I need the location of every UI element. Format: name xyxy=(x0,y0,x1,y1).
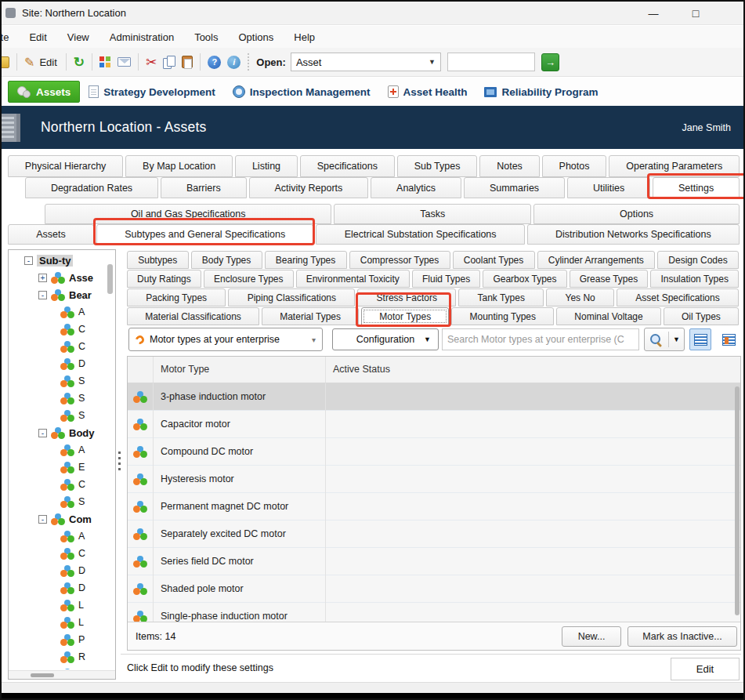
inner-tab[interactable]: Piping Classifications xyxy=(228,288,355,306)
windows-icon[interactable] xyxy=(99,56,111,68)
table-row[interactable]: Compound DC motor xyxy=(128,438,740,466)
maximize-button[interactable]: □ xyxy=(685,5,707,21)
outer-tab[interactable]: Physical Hierarchy xyxy=(8,155,123,177)
search-button[interactable]: ▼ xyxy=(644,328,685,351)
tree-item[interactable]: P xyxy=(9,631,115,648)
outer-tab[interactable]: Sub Types xyxy=(397,155,478,177)
inner-tab[interactable]: Duty Ratings xyxy=(127,270,201,288)
tree-item[interactable]: D xyxy=(9,579,115,597)
motor-type-cell[interactable]: Hysteresis motor xyxy=(161,473,234,484)
chevron-down-icon[interactable]: ▼ xyxy=(673,335,680,343)
tree-item[interactable]: L xyxy=(9,614,115,631)
outer-tab[interactable]: Barriers xyxy=(161,177,247,198)
expander-icon[interactable]: - xyxy=(38,429,47,437)
outer-tab[interactable]: Activity Reports xyxy=(249,177,369,198)
tree-item[interactable]: C xyxy=(9,321,115,338)
tree-item[interactable]: S xyxy=(9,493,115,510)
help-icon[interactable]: ? xyxy=(208,56,221,69)
outer-tab[interactable]: Notes xyxy=(479,155,539,177)
motor-type-cell[interactable]: Single-phase induction motor xyxy=(161,611,288,622)
column-header-active-status[interactable]: Active Status xyxy=(333,364,390,375)
table-row[interactable]: Single-phase induction motor xyxy=(128,603,740,622)
inner-tab[interactable]: Mounting Types xyxy=(451,307,554,325)
column-header-motor-type[interactable]: Motor Type xyxy=(161,364,209,375)
tree-vertical-scrollbar[interactable] xyxy=(107,264,113,294)
tree-item[interactable]: S xyxy=(9,666,115,669)
tree-item[interactable]: S xyxy=(9,372,115,390)
tab-inspection-management[interactable]: Inspection Management xyxy=(224,81,379,103)
outer-tab[interactable]: Degradation Rates xyxy=(25,177,158,198)
table-row[interactable]: 3-phase induction motor xyxy=(128,383,740,411)
tree-item[interactable]: S xyxy=(9,390,115,407)
go-button[interactable]: → xyxy=(541,53,559,71)
outer-tab[interactable]: Tasks xyxy=(334,204,531,224)
inner-tab[interactable]: Yes No xyxy=(546,288,614,306)
menu-item[interactable]: Administration xyxy=(99,26,184,48)
inner-tab[interactable]: Stress Factors xyxy=(357,288,456,306)
chevron-down-icon[interactable]: ▼ xyxy=(429,58,436,66)
tab-strategy-development[interactable]: Strategy Development xyxy=(80,81,224,103)
menu-item[interactable]: Tools xyxy=(184,26,228,48)
detail-view-button[interactable] xyxy=(718,328,740,350)
send-icon[interactable] xyxy=(118,57,131,67)
motor-type-cell[interactable]: Capacitor motor xyxy=(161,419,230,430)
quick-open-input[interactable] xyxy=(447,53,535,71)
inner-tab[interactable]: Subtypes xyxy=(127,251,189,269)
open-combobox[interactable]: Asset ▼ xyxy=(291,53,441,71)
tree-horizontal-scrollbar[interactable] xyxy=(9,670,115,679)
chevron-down-icon[interactable]: ▼ xyxy=(424,335,431,343)
outer-tab[interactable]: Operating Parameters xyxy=(609,155,740,177)
inner-tab[interactable]: Nominal Voltage xyxy=(556,307,661,325)
inner-tab[interactable]: Design Codes xyxy=(657,251,739,269)
panel-splitter[interactable] xyxy=(116,249,124,680)
outer-tab[interactable]: Subtypes and General Specifications xyxy=(96,224,313,245)
outer-tab[interactable]: Analytics xyxy=(371,177,461,198)
table-row[interactable]: Series field DC motor xyxy=(128,548,740,575)
expander-icon[interactable]: - xyxy=(38,291,47,299)
inner-tab[interactable]: Oil Types xyxy=(664,307,739,325)
folder-icon[interactable] xyxy=(0,56,9,68)
tree-item[interactable]: - Com xyxy=(9,510,115,528)
motor-type-cell[interactable]: Series field DC motor xyxy=(161,556,254,567)
motor-type-cell[interactable]: Compound DC motor xyxy=(161,446,253,457)
paste-icon[interactable] xyxy=(182,56,193,68)
configuration-dropdown[interactable]: Configuration ▼ xyxy=(332,328,439,350)
tree-item[interactable]: D xyxy=(9,562,115,579)
tree-item[interactable]: - Sub-ty xyxy=(9,252,115,269)
inner-tab[interactable]: Asset Specifications xyxy=(617,288,739,306)
tree-item[interactable]: C xyxy=(9,545,115,562)
outer-tab[interactable]: Listing xyxy=(235,155,298,177)
outer-tab[interactable]: Specifications xyxy=(300,155,395,177)
menu-item[interactable]: View xyxy=(57,26,99,48)
outer-tab[interactable]: By Map Location xyxy=(125,155,233,177)
outer-tab[interactable]: Utilities xyxy=(567,177,650,198)
inner-tab[interactable]: Compressor Types xyxy=(349,251,450,269)
menu-item[interactable]: Edit xyxy=(19,26,56,48)
edit-pencil-icon[interactable]: ✎ xyxy=(24,55,34,70)
tab-reliability-program[interactable]: Reliability Program xyxy=(476,81,606,103)
tree-item[interactable]: + Asse xyxy=(9,269,115,286)
inner-tab[interactable]: Coolant Types xyxy=(453,251,535,269)
inner-tab[interactable]: Tank Types xyxy=(458,288,544,306)
outer-tab[interactable]: Assets xyxy=(8,224,94,245)
outer-tab[interactable]: Summaries xyxy=(464,177,565,198)
tree-item[interactable]: A xyxy=(9,303,115,321)
outer-tab[interactable]: Settings xyxy=(653,177,740,198)
outer-tab[interactable]: Electrical Substation Specifications xyxy=(316,224,524,245)
table-row[interactable]: Capacitor motor xyxy=(128,411,740,438)
expander-icon[interactable]: - xyxy=(24,256,33,265)
outer-tab[interactable]: Photos xyxy=(542,155,607,177)
grid-vertical-scrollbar[interactable] xyxy=(735,386,740,615)
table-row[interactable]: Separately excited DC motor xyxy=(128,520,740,548)
scope-dropdown[interactable]: Motor types at your enterprise ▾ xyxy=(128,328,323,351)
minimize-button[interactable]: — xyxy=(642,5,664,21)
tree-item[interactable]: A xyxy=(9,441,115,459)
inner-tab[interactable]: Material Types xyxy=(262,307,359,325)
motor-type-cell[interactable]: Separately excited DC motor xyxy=(161,528,286,539)
tab-asset-health[interactable]: Asset Health xyxy=(379,81,476,103)
tree-item[interactable]: C xyxy=(9,476,115,493)
tree-item[interactable]: R xyxy=(9,648,115,666)
inner-tab[interactable]: Packing Types xyxy=(127,288,226,306)
inner-tab[interactable]: Enclosure Types xyxy=(204,270,294,288)
tree-item[interactable]: E xyxy=(9,459,115,476)
